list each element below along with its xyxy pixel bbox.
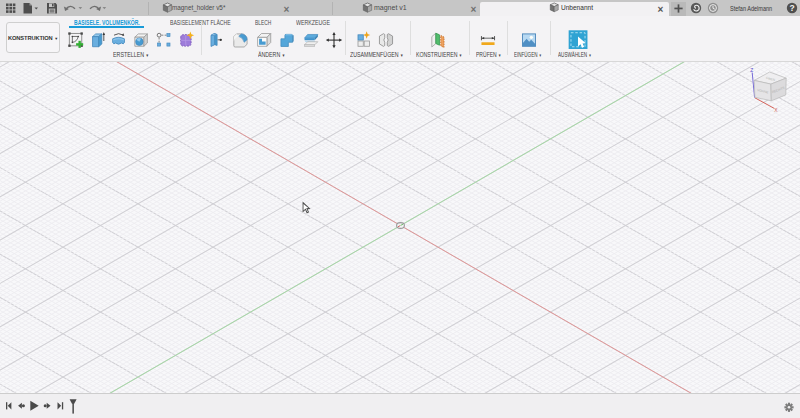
svg-text:?: ? (789, 3, 794, 13)
svg-text:Z: Z (750, 67, 753, 73)
